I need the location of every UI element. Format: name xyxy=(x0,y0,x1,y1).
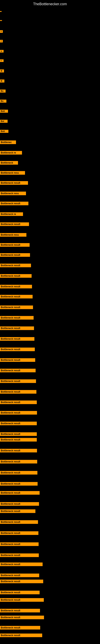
bar-label: Bottleneck result xyxy=(0,306,33,309)
bar-item: Bottleneck result xyxy=(0,326,34,330)
bar-item: B xyxy=(0,80,4,82)
bar-label xyxy=(0,20,2,21)
bar-item: Bottleneck result xyxy=(0,460,37,464)
bar-label: Bottleneck result xyxy=(0,471,37,474)
bar-item: Bottleneck result xyxy=(0,274,32,278)
bar-item: Bottleneck resu xyxy=(0,233,26,237)
bar-label: Bottleneck result xyxy=(0,580,43,583)
bar-label: Bottleneck result xyxy=(0,520,38,524)
bar-item: Bottleneck result xyxy=(0,438,37,442)
bar-label: Bottleneck result xyxy=(0,285,32,288)
bar-item: Bottleneck result xyxy=(0,491,40,495)
bar-item: F xyxy=(0,40,3,42)
bar-label: Bottleneck result xyxy=(0,243,30,247)
bar-item: Bottleneck result xyxy=(0,348,35,351)
bar-label: Bot xyxy=(0,120,8,123)
bar-label: Bo xyxy=(0,100,6,103)
bar-label: Bottleneck result xyxy=(0,460,37,464)
bar-label: Bottleneck result xyxy=(0,542,39,546)
bar-label: Bottleneck result xyxy=(0,554,39,557)
bar-item: Bottleneck result xyxy=(0,243,30,247)
bar-label: B xyxy=(0,80,4,82)
bar-label: Bottleneck result xyxy=(0,295,33,298)
bar-item: Bottleneck result xyxy=(0,609,40,612)
bar-label: Bottleneck result xyxy=(0,316,34,320)
bar-label: Bottleneck result xyxy=(0,491,40,495)
site-title: TheBottlenecker.com xyxy=(0,0,100,7)
bar-label: Bottleneck result xyxy=(0,502,39,506)
bar-item: Bottleneck result xyxy=(0,598,44,602)
bar-item: Bottleneck result xyxy=(0,471,37,474)
bar-item: Bottleneck result xyxy=(0,502,39,506)
bar-item: Bott xyxy=(0,110,8,113)
bar-item: Bottleneck result xyxy=(0,591,40,594)
bar-item: Bottleneck result xyxy=(0,542,39,546)
bar-item: Bottleneck result xyxy=(0,337,34,341)
bar-item: Bottleneck result xyxy=(0,411,37,414)
bar-label: Bottleneck result xyxy=(0,626,40,630)
bar-item xyxy=(0,20,2,21)
bar-item: Bottleneck result xyxy=(0,202,28,205)
bar-item: B xyxy=(0,50,3,52)
bar-item: Bottleneck result xyxy=(0,626,40,630)
bar-item: Bottleneck result xyxy=(0,574,39,577)
bar-label: Bott xyxy=(0,110,8,113)
bar-item: Bott xyxy=(0,130,8,133)
bar-label: Bottleneck result xyxy=(0,591,40,594)
bar-item: Bo xyxy=(0,90,6,92)
bar-item: Bottleneck result xyxy=(0,422,37,425)
bar-label: Bottleneck result xyxy=(0,609,40,612)
bar-label: Bottleneck result xyxy=(0,616,44,619)
bar-label: Bott xyxy=(0,130,8,133)
bar-label: Bottleneck result xyxy=(0,264,31,267)
bar-item: F xyxy=(0,30,3,33)
bar-label: Bottleneck result xyxy=(0,390,36,394)
bar-label: B xyxy=(0,70,4,72)
bar-item: Bottleneck result xyxy=(0,390,36,394)
bar-item: Bottleneck result xyxy=(0,520,38,524)
bar-label: Bottleneck re xyxy=(0,151,22,154)
bar-item: Bot xyxy=(0,120,8,123)
bar-label: Bottleneck result xyxy=(0,574,39,577)
bar-item: Bottleneck result xyxy=(0,181,28,185)
bar-item: Bottleneck result xyxy=(0,295,33,298)
bar-item: Bottleneck result xyxy=(0,562,43,566)
bar-label: Bottleneck result xyxy=(0,598,44,602)
bar-label: F xyxy=(0,40,3,42)
bar-label: Bottleneck result xyxy=(0,358,35,362)
chart-area: TheBottlenecker.com FFBFBBBoBoBottBotBot… xyxy=(0,0,100,644)
bar-label: Bottlenec xyxy=(0,140,16,144)
bar-label: Bottleneck result xyxy=(0,562,43,566)
bar-item: Bottleneck result xyxy=(0,400,37,404)
bar-label: Bottleneck result xyxy=(0,369,36,372)
bar-item: Bottleneck result xyxy=(0,253,30,257)
bar-item: Bottleneck result xyxy=(0,449,37,452)
bar-label: Bottleneck result xyxy=(0,202,28,205)
bar-label: Bottleneck result xyxy=(0,400,37,404)
bar-item: Bottleneck re xyxy=(0,212,23,216)
bar-label: Bottleneck resu xyxy=(0,171,25,175)
bar-item: Bottlenec xyxy=(0,140,16,144)
bar-label: Bottleneck result xyxy=(0,326,34,330)
bar-label: Bottleneck result xyxy=(0,422,37,425)
bar-item: Bottleneck re xyxy=(0,151,22,154)
bar-label: Bottleneck result xyxy=(0,181,28,185)
bar-item: B xyxy=(0,70,4,72)
bar-item: F xyxy=(0,59,3,62)
bar-label: Bo xyxy=(0,90,6,92)
bar-label: Bottleneck result xyxy=(0,482,38,486)
bar-label: Bottleneck result xyxy=(0,634,42,637)
bar-label: Bottleneck result xyxy=(0,509,35,513)
bar-item: Bottleneck result xyxy=(0,379,36,383)
bar-item: Bottleneck result xyxy=(0,554,39,557)
bar-label: Bottleneck result xyxy=(0,253,30,257)
bar-item: Bottleneck result xyxy=(0,531,38,535)
bar-item: Bottleneck xyxy=(0,161,18,164)
bar-label: Bottleneck result xyxy=(0,379,36,383)
bar-item: Bottleneck result xyxy=(0,369,36,372)
bar-label: Bottleneck result xyxy=(0,274,32,278)
bar-label: Bottleneck resu xyxy=(0,233,26,237)
bar-label: Bottleneck result xyxy=(0,411,37,414)
bar-label: Bottleneck xyxy=(0,161,18,164)
bar-label: Bottleneck result xyxy=(0,449,37,452)
